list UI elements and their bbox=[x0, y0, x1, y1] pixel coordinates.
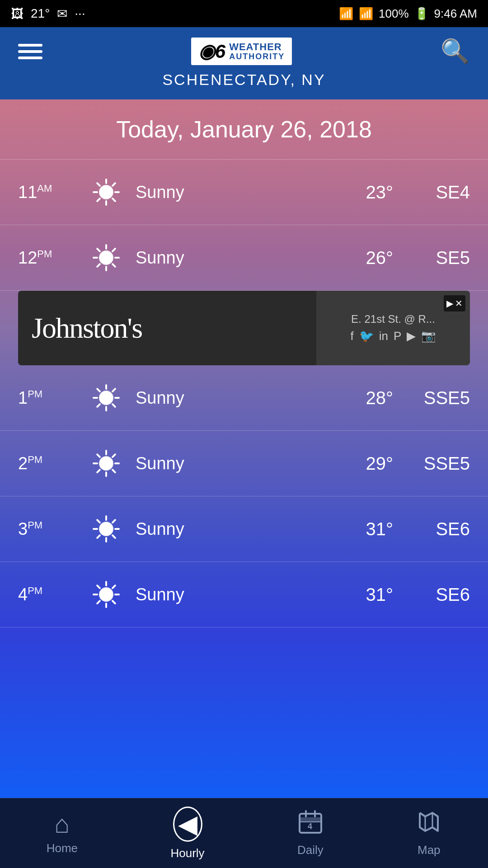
hour-time: 12PM bbox=[18, 248, 90, 268]
svg-line-47 bbox=[97, 520, 100, 523]
hourly-icon: ◀ bbox=[178, 810, 197, 838]
svg-line-45 bbox=[97, 535, 100, 538]
nav-home[interactable]: ⌂ Home bbox=[33, 807, 91, 860]
logo-text: WEATHER AUTHORITY bbox=[229, 42, 285, 61]
battery-icon: 🔋 bbox=[414, 7, 429, 21]
hour-condition: Sunny bbox=[136, 388, 334, 408]
sun-icon bbox=[90, 242, 122, 274]
bottom-nav: ⌂ Home ◀ Hourly 4 Daily bbox=[0, 798, 488, 868]
svg-point-11 bbox=[100, 251, 113, 264]
instagram-icon[interactable]: 📷 bbox=[421, 329, 436, 343]
ad-banner: Johnston's E. 21st St. @ R... f 🐦 in P ▶… bbox=[18, 291, 470, 365]
svg-line-27 bbox=[97, 389, 100, 392]
ad-brand-name: Johnston's bbox=[32, 311, 142, 345]
status-temp: 21° bbox=[31, 6, 50, 21]
facebook-icon[interactable]: f bbox=[351, 329, 354, 343]
hour-wind: SE4 bbox=[411, 182, 470, 203]
hour-time: 4PM bbox=[18, 585, 90, 604]
cbs-eye-icon: ◉6 bbox=[198, 40, 225, 62]
logo-weather-text: WEATHER bbox=[229, 42, 285, 52]
svg-line-49 bbox=[113, 520, 115, 523]
status-bar: 🖼 21° ✉ ··· 📶 📶 100% 🔋 9:46 AM bbox=[0, 0, 488, 27]
home-icon: ⌂ bbox=[54, 811, 70, 837]
date-text: Today, January 26, 2018 bbox=[18, 116, 470, 143]
hour-wind: SE5 bbox=[411, 248, 470, 268]
hour-condition: Sunny bbox=[136, 585, 334, 604]
ad-address: E. 21st St. @ R... bbox=[351, 313, 435, 326]
gallery-icon: 🖼 bbox=[11, 6, 23, 21]
svg-line-53 bbox=[113, 601, 115, 604]
svg-line-29 bbox=[113, 389, 115, 392]
weather-content: Today, January 26, 2018 11AM Sunny 23° S… bbox=[0, 99, 488, 859]
map-icon bbox=[416, 809, 441, 839]
hourly-row: 2PM Sunny 29° SSE5 bbox=[0, 431, 488, 496]
svg-line-43 bbox=[113, 535, 115, 538]
hour-temp: 29° bbox=[334, 453, 393, 474]
menu-button[interactable] bbox=[18, 44, 42, 59]
sun-icon bbox=[90, 382, 122, 414]
daily-label: Daily bbox=[297, 843, 324, 857]
ad-social-icons: f 🐦 in P ▶ 📷 bbox=[351, 329, 436, 343]
hourly-row: 3PM Sunny 31° SE6 bbox=[0, 496, 488, 562]
wifi-icon: 📶 bbox=[339, 7, 353, 21]
status-left: 🖼 21° ✉ ··· bbox=[11, 6, 85, 21]
hour-condition: Sunny bbox=[136, 454, 334, 473]
hour-wind: SE6 bbox=[411, 519, 470, 539]
svg-text:4: 4 bbox=[308, 822, 312, 831]
hourly-row: 12PM Sunny 26° SE5 bbox=[0, 225, 488, 291]
svg-line-35 bbox=[97, 470, 100, 472]
close-icon: ✕ bbox=[455, 298, 463, 309]
header-top: ◉6 WEATHER AUTHORITY 🔍 bbox=[18, 36, 470, 66]
search-button[interactable]: 🔍 bbox=[441, 38, 470, 65]
hourly-row: 4PM Sunny 31° SE6 bbox=[0, 562, 488, 627]
hourly-row: 11AM Sunny 23° SE4 bbox=[0, 160, 488, 225]
hour-wind: SSE5 bbox=[411, 453, 470, 474]
city-name: SCHENECTADY, NY bbox=[162, 71, 325, 89]
hourly-label: Hourly bbox=[170, 846, 204, 860]
status-right: 📶 📶 100% 🔋 9:46 AM bbox=[339, 7, 477, 21]
more-icon: ··· bbox=[75, 6, 85, 21]
nav-map[interactable]: Map bbox=[403, 805, 455, 862]
play-icon: ▶ bbox=[446, 298, 453, 309]
signal-icon: 📶 bbox=[359, 7, 373, 21]
ad-close-button[interactable]: ▶ ✕ bbox=[444, 295, 465, 311]
clock: 9:46 AM bbox=[434, 7, 477, 21]
svg-line-37 bbox=[97, 454, 100, 457]
hourly-row: 1PM Sunny 28° SSE5 bbox=[0, 365, 488, 431]
hour-time: 1PM bbox=[18, 388, 90, 408]
hour-wind: SE6 bbox=[411, 585, 470, 605]
linkedin-icon[interactable]: in bbox=[379, 329, 388, 343]
hour-temp: 23° bbox=[334, 182, 393, 203]
sun-icon bbox=[90, 513, 122, 545]
svg-point-41 bbox=[100, 523, 113, 535]
hour-time: 3PM bbox=[18, 519, 90, 539]
sun-icon bbox=[90, 176, 122, 208]
svg-point-31 bbox=[100, 457, 113, 470]
nav-daily[interactable]: 4 Daily bbox=[284, 805, 337, 862]
date-header: Today, January 26, 2018 bbox=[0, 99, 488, 160]
hour-temp: 31° bbox=[334, 519, 393, 539]
twitter-icon[interactable]: 🐦 bbox=[359, 329, 374, 343]
hour-time: 2PM bbox=[18, 454, 90, 473]
svg-point-21 bbox=[100, 392, 113, 404]
hour-temp: 26° bbox=[334, 248, 393, 268]
svg-line-13 bbox=[113, 264, 115, 267]
svg-line-3 bbox=[113, 198, 115, 201]
svg-line-25 bbox=[97, 404, 100, 407]
hour-condition: Sunny bbox=[136, 248, 334, 268]
logo-box: ◉6 WEATHER AUTHORITY bbox=[190, 36, 293, 66]
youtube-icon[interactable]: ▶ bbox=[407, 329, 416, 343]
daily-icon: 4 bbox=[298, 809, 323, 839]
svg-line-39 bbox=[113, 454, 115, 457]
hour-temp: 31° bbox=[334, 585, 393, 605]
svg-line-9 bbox=[113, 183, 115, 186]
svg-line-23 bbox=[113, 404, 115, 407]
hourly-icon-circle: ◀ bbox=[173, 807, 202, 842]
hour-condition: Sunny bbox=[136, 183, 334, 202]
pinterest-icon[interactable]: P bbox=[394, 329, 401, 343]
logo-authority-text: AUTHORITY bbox=[229, 52, 285, 61]
map-label: Map bbox=[418, 843, 441, 857]
svg-line-55 bbox=[97, 601, 100, 604]
svg-line-7 bbox=[97, 183, 100, 186]
nav-hourly[interactable]: ◀ Hourly bbox=[157, 802, 218, 865]
